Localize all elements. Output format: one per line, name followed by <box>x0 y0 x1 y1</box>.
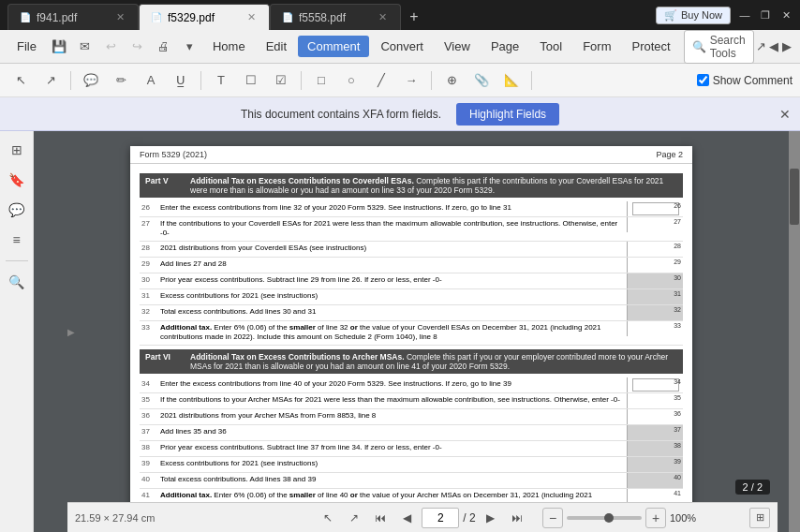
menu-view[interactable]: View <box>435 36 480 57</box>
close-window-button[interactable]: ✕ <box>779 8 793 22</box>
table-row: 30 Prior year excess contributions. Subt… <box>140 273 683 289</box>
tab-close-f941[interactable]: ✕ <box>114 9 126 25</box>
menu-home[interactable]: Home <box>203 36 255 57</box>
forward-icon[interactable]: ▶ <box>781 36 793 58</box>
row-box-35: 35 <box>627 393 683 408</box>
row-box-34: 34 <box>627 377 683 392</box>
first-page-btn[interactable]: ⏮ <box>369 507 392 529</box>
row-text-39: Excess contributions for 2021 (see instr… <box>156 457 627 470</box>
menu-page[interactable]: Page <box>481 36 528 57</box>
scrollbar-thumb[interactable] <box>790 169 799 225</box>
sidebar-bookmarks-btn[interactable]: 🔖 <box>4 167 30 193</box>
measure-tool[interactable]: 📐 <box>498 67 525 94</box>
tab-label: f941.pdf <box>37 11 77 24</box>
sidebar-pages-btn[interactable]: ⊞ <box>4 137 30 163</box>
main-layout: ⊞ 🔖 💬 ≡ 🔍 ▶ Form 5329 (2021) Page 2 Part… <box>0 131 800 532</box>
redo-icon[interactable]: ↪ <box>126 36 149 58</box>
annotation-tool[interactable]: ✏ <box>108 67 134 94</box>
xfa-close-button[interactable]: ✕ <box>779 107 791 122</box>
row-text-40: Total excess contributions. Add lines 38… <box>156 473 627 486</box>
row-text-30: Prior year excess contributions. Subtrac… <box>156 273 627 287</box>
select-tool[interactable]: ↗ <box>37 67 64 94</box>
menu-convert[interactable]: Convert <box>371 36 433 57</box>
row-box-31: 31 <box>627 289 683 304</box>
zoom-slider[interactable] <box>567 516 642 520</box>
text-tool[interactable]: T <box>208 67 234 94</box>
page-size-label: 21.59 × 27.94 cm <box>75 512 155 524</box>
page-count-badge: 2 / 2 <box>735 480 770 495</box>
prev-page-btn[interactable]: ◀ <box>395 507 418 529</box>
restore-button[interactable]: ❐ <box>759 8 772 22</box>
zoom-section: − + 100% <box>542 508 703 528</box>
fit-page-btn[interactable]: ⊞ <box>749 508 770 528</box>
page-number-input[interactable] <box>422 508 459 528</box>
search-tools-box[interactable]: 🔍 Search Tools <box>684 30 754 64</box>
search-tools-label: Search Tools <box>710 34 746 60</box>
row-num-38: 38 <box>140 441 156 453</box>
menu-file[interactable]: File <box>7 36 46 57</box>
row-num-27: 27 <box>140 217 156 229</box>
separator-2 <box>200 71 201 90</box>
tab-f941[interactable]: 📄 f941.pdf ✕ <box>7 4 139 30</box>
row-num-26: 26 <box>140 201 156 214</box>
highlight-fields-button[interactable]: Highlight Fields <box>456 103 559 126</box>
right-scrollbar[interactable] <box>789 131 800 532</box>
stamp-tool[interactable]: ⊕ <box>438 67 465 94</box>
callout-tool[interactable]: ☑ <box>268 67 294 94</box>
table-row: 37 Add lines 35 and 36 37 <box>140 425 683 441</box>
show-comment-checkbox[interactable] <box>697 74 709 86</box>
row-box-30: 30 <box>627 273 683 288</box>
tab-close-f5329[interactable]: ✕ <box>245 9 258 25</box>
select-mode-btn[interactable]: ↗ <box>343 507 365 529</box>
cursor-mode-btn[interactable]: ↖ <box>317 507 339 529</box>
zoom-thumb[interactable] <box>604 513 614 523</box>
table-row: 40 Total excess contributions. Add lines… <box>140 473 683 489</box>
tab-label-3: f5558.pdf <box>299 11 346 24</box>
menu-protect[interactable]: Protect <box>622 36 679 57</box>
menu-comment[interactable]: Comment <box>298 36 369 57</box>
zoom-out-btn[interactable]: − <box>542 508 563 528</box>
part-vi-header: Part VI Additional Tax on Excess Contrib… <box>140 349 683 374</box>
last-page-btn[interactable]: ⏭ <box>506 507 528 529</box>
ellipse-tool[interactable]: ○ <box>338 67 364 94</box>
dropdown-icon[interactable]: ▾ <box>179 36 201 58</box>
email-icon[interactable]: ✉ <box>74 36 96 58</box>
buy-now-button[interactable]: 🛒 Buy Now <box>656 7 731 24</box>
shape-tool[interactable]: □ <box>308 67 334 94</box>
menu-tool[interactable]: Tool <box>530 36 571 57</box>
tab-close-f5558[interactable]: ✕ <box>377 9 389 25</box>
collapse-sidebar-arrow[interactable]: ▶ <box>67 327 75 337</box>
table-row: 39 Excess contributions for 2021 (see in… <box>140 457 683 473</box>
underline-tool[interactable]: U̲ <box>168 67 194 94</box>
external-link-icon[interactable]: ↗ <box>756 36 767 58</box>
undo-icon[interactable]: ↩ <box>100 36 123 58</box>
back-icon[interactable]: ◀ <box>768 36 779 58</box>
minimize-button[interactable]: — <box>738 8 751 22</box>
save-icon[interactable]: 💾 <box>48 36 70 58</box>
new-tab-button[interactable]: + <box>401 4 427 30</box>
tab-f5558[interactable]: 📄 f5558.pdf ✕ <box>270 4 401 30</box>
menu-form[interactable]: Form <box>573 36 620 57</box>
zoom-in-btn[interactable]: + <box>645 508 666 528</box>
sidebar-comments-btn[interactable]: 💬 <box>4 197 30 223</box>
row-text-34: Enter the excess contributions from line… <box>156 377 627 391</box>
separator-3 <box>301 71 302 90</box>
highlight-tool[interactable]: A <box>138 67 164 94</box>
cursor-tool[interactable]: ↖ <box>7 67 34 94</box>
sidebar-search-btn[interactable]: 🔍 <box>4 269 30 295</box>
sticky-note-tool[interactable]: 💬 <box>78 67 104 94</box>
tab-f5329[interactable]: 📄 f5329.pdf ✕ <box>139 4 270 30</box>
attach-tool[interactable]: 📎 <box>468 67 495 94</box>
textbox-tool[interactable]: ☐ <box>238 67 264 94</box>
line-tool[interactable]: ╱ <box>368 67 394 94</box>
part-v-header: Part V Additional Tax on Excess Contribu… <box>140 173 683 198</box>
arrow-tool[interactable]: → <box>398 67 424 94</box>
menu-edit[interactable]: Edit <box>257 36 296 57</box>
row-box-26: 26 <box>627 201 683 216</box>
content-area: ▶ Form 5329 (2021) Page 2 Part V Additio… <box>34 131 789 532</box>
print-icon[interactable]: 🖨 <box>153 36 175 58</box>
titlebar: 📄 f941.pdf ✕ 📄 f5329.pdf ✕ 📄 f5558.pdf ✕… <box>0 0 800 30</box>
sidebar-layers-btn[interactable]: ≡ <box>4 227 30 253</box>
next-page-btn[interactable]: ▶ <box>480 507 502 529</box>
row-num-30: 30 <box>140 273 156 286</box>
